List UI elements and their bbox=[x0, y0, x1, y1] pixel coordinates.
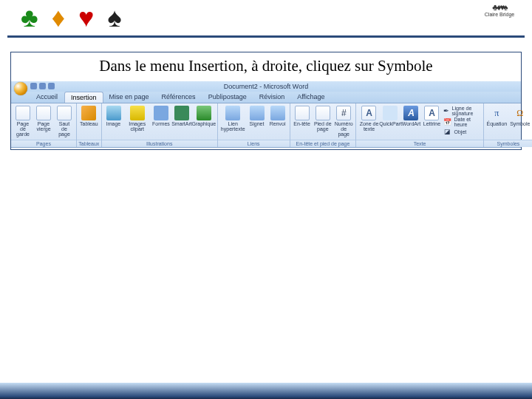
qat-redo-icon[interactable] bbox=[48, 83, 55, 89]
group-symbols: π Équation Ω Symbole Symboles bbox=[484, 103, 532, 147]
brand-logo-text: Claire Bridge bbox=[477, 12, 522, 17]
object-icon: ◪ bbox=[443, 128, 451, 136]
hyperlink-icon bbox=[225, 106, 240, 120]
shapes-button[interactable]: Formes bbox=[152, 106, 170, 126]
tab-revision[interactable]: Révision bbox=[253, 92, 292, 103]
quick-access-toolbar[interactable] bbox=[30, 83, 55, 89]
ribbon: Page de garde Page vierge Saut de page P… bbox=[11, 103, 521, 148]
equation-button[interactable]: π Équation bbox=[487, 106, 508, 126]
header-button[interactable]: En-tête bbox=[293, 106, 311, 126]
omega-icon: Ω bbox=[513, 106, 528, 120]
calendar-icon: 📅 bbox=[443, 118, 451, 126]
group-header-footer: En-tête Pied de page # Numéro de page En… bbox=[290, 103, 357, 147]
heart-icon: ♥ bbox=[78, 4, 94, 31]
brand-logo: ♣♦♥♠ Claire Bridge bbox=[477, 3, 522, 17]
group-tables: Tableau Tableaux bbox=[77, 103, 102, 147]
shapes-icon bbox=[154, 106, 168, 120]
group-links-label: Liens bbox=[218, 140, 290, 147]
smartart-icon bbox=[174, 106, 189, 120]
tab-accueil[interactable]: Accueil bbox=[30, 92, 64, 103]
clipart-button[interactable]: Images clipart bbox=[126, 106, 149, 132]
object-button[interactable]: ◪ Objet bbox=[443, 128, 480, 136]
quickpart-button[interactable]: QuickPart bbox=[381, 106, 399, 126]
cover-page-button[interactable]: Page de garde bbox=[14, 106, 32, 137]
spade-icon: ♠ bbox=[107, 4, 121, 31]
diamond-icon: ♦ bbox=[52, 4, 65, 31]
wordart-button[interactable]: A WordArt bbox=[402, 106, 420, 126]
instruction-callout: Dans le menu Insertion, à droite, clique… bbox=[10, 52, 522, 150]
qat-save-icon[interactable] bbox=[30, 83, 37, 89]
group-text: A Zone de texte QuickPart A WordArt A Le… bbox=[356, 103, 483, 147]
signature-line-button[interactable]: ✒ Ligne de signature bbox=[443, 106, 480, 116]
suit-icons: ♣ ♦ ♥ ♠ bbox=[21, 4, 122, 31]
chart-icon bbox=[197, 106, 211, 120]
page-number-button[interactable]: # Numéro de page bbox=[335, 106, 352, 137]
group-links: Lien hypertexte Signet Renvoi Liens bbox=[218, 103, 290, 147]
quickpart-icon bbox=[383, 106, 398, 120]
footer-bar bbox=[0, 383, 532, 399]
word-title: Document2 - Microsoft Word bbox=[224, 83, 308, 90]
textbox-icon: A bbox=[361, 106, 376, 120]
pi-icon: π bbox=[489, 106, 504, 120]
word-window: Document2 - Microsoft Word Accueil Inser… bbox=[11, 81, 521, 148]
group-symbols-label: Symboles bbox=[484, 140, 532, 147]
group-illustrations-label: Illustrations bbox=[102, 140, 217, 147]
bookmark-button[interactable]: Signet bbox=[248, 106, 266, 126]
tab-insertion[interactable]: Insertion bbox=[64, 92, 103, 103]
page-number-icon: # bbox=[336, 106, 351, 120]
instruction-text: Dans le menu Insertion, à droite, clique… bbox=[11, 52, 521, 81]
wordart-icon: A bbox=[403, 106, 418, 120]
dropcap-icon: A bbox=[424, 106, 439, 120]
dropcap-button[interactable]: A Lettrine bbox=[423, 106, 440, 126]
textbox-button[interactable]: A Zone de texte bbox=[359, 106, 378, 132]
tab-mise-en-page[interactable]: Mise en page bbox=[103, 92, 156, 103]
word-titlebar: Document2 - Microsoft Word bbox=[11, 81, 521, 92]
chart-button[interactable]: Graphique bbox=[194, 106, 214, 126]
crossref-icon bbox=[270, 106, 285, 120]
ribbon-tabs: Accueil Insertion Mise en page Référence… bbox=[11, 92, 521, 103]
smartart-button[interactable]: SmartArt bbox=[173, 106, 191, 126]
office-button[interactable] bbox=[14, 82, 27, 95]
tab-affichage[interactable]: Affichage bbox=[291, 92, 331, 103]
header-icon bbox=[295, 106, 310, 120]
tab-references[interactable]: Références bbox=[156, 92, 202, 103]
blank-page-button[interactable]: Page vierge bbox=[35, 106, 52, 132]
page-break-button[interactable]: Saut de page bbox=[55, 106, 73, 137]
hyperlink-button[interactable]: Lien hypertexte bbox=[221, 106, 245, 132]
group-pages-label: Pages bbox=[11, 140, 76, 147]
tab-publipostage[interactable]: Publipostage bbox=[202, 92, 253, 103]
symbol-button[interactable]: Ω Symbole bbox=[510, 106, 530, 126]
table-button[interactable]: Tableau bbox=[80, 106, 98, 126]
qat-undo-icon[interactable] bbox=[39, 83, 46, 89]
group-pages: Page de garde Page vierge Saut de page P… bbox=[11, 103, 77, 147]
group-text-label: Texte bbox=[356, 140, 482, 147]
group-tables-label: Tableaux bbox=[77, 140, 101, 147]
footer-button[interactable]: Pied de page bbox=[314, 106, 332, 132]
image-icon bbox=[106, 106, 121, 120]
image-button[interactable]: Image bbox=[105, 106, 123, 126]
table-icon bbox=[81, 106, 96, 120]
crossref-button[interactable]: Renvoi bbox=[269, 106, 287, 126]
date-time-button[interactable]: 📅 Date et heure bbox=[443, 117, 480, 127]
clipart-icon bbox=[130, 106, 145, 120]
blank-page-icon bbox=[36, 106, 51, 120]
cover-page-icon bbox=[16, 106, 30, 120]
bookmark-icon bbox=[250, 106, 265, 120]
signature-icon: ✒ bbox=[443, 107, 449, 115]
footer-icon bbox=[316, 106, 330, 120]
group-header-footer-label: En-tête et pied de page bbox=[290, 140, 356, 147]
page-break-icon bbox=[57, 106, 72, 120]
header-rule bbox=[7, 35, 525, 38]
club-icon: ♣ bbox=[21, 4, 38, 31]
group-illustrations: Image Images clipart Formes SmartArt bbox=[102, 103, 218, 147]
brand-logo-suits: ♣♦♥♠ bbox=[477, 3, 522, 12]
